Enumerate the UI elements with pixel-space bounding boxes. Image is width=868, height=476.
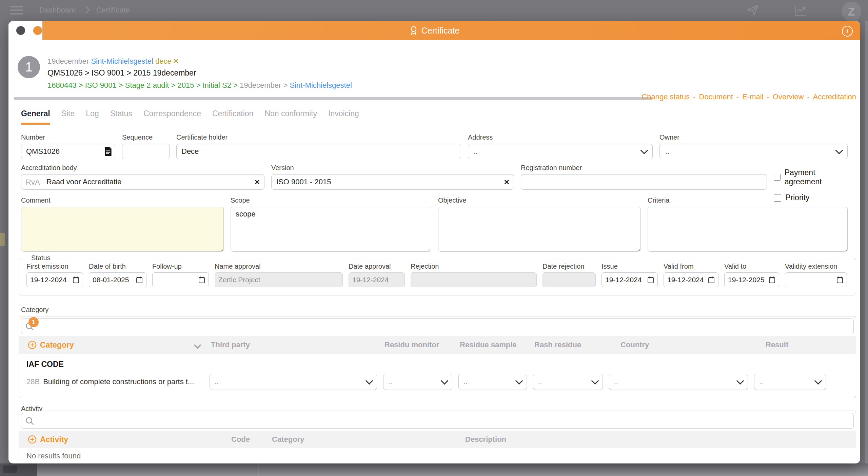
calendar-icon <box>73 276 79 284</box>
chevron-right-icon <box>82 6 90 14</box>
field-first-emission: First emission 19-12-2024 <box>26 263 83 287</box>
page: Dashboard Certificate Z Certificate i <box>0 0 868 476</box>
header-line1: 19december Sint-Michielsgestel dece × <box>47 56 178 66</box>
country-select[interactable]: .. <box>609 374 748 390</box>
category-search-input[interactable] <box>21 318 854 334</box>
valid-to-input[interactable]: 19-12-2025 <box>724 272 779 287</box>
document-icon[interactable] <box>104 147 112 156</box>
page-scrollbar[interactable] <box>865 21 868 476</box>
calendar-icon <box>708 276 715 284</box>
clear-icon[interactable]: × <box>255 177 260 187</box>
number-input[interactable] <box>21 144 115 159</box>
send-icon[interactable] <box>746 3 760 17</box>
tab-log[interactable]: Log <box>86 109 99 125</box>
filter-count-badge: 1 <box>28 317 39 327</box>
scope-textarea[interactable]: scope <box>231 207 431 252</box>
audit-breadcrumb[interactable]: 1680443 > ISO 9001 > Stage 2 audit > 201… <box>47 81 238 89</box>
background-remnant <box>0 233 5 246</box>
number-label: Number <box>21 133 115 141</box>
user-avatar[interactable]: Z <box>842 2 861 21</box>
payment-agreement-checkbox[interactable] <box>774 173 781 181</box>
owner-label: Owner <box>659 133 848 141</box>
activity-search-input[interactable] <box>21 413 854 429</box>
dialog-title: Certificate <box>421 26 460 36</box>
certificate-holder-input[interactable] <box>176 144 461 159</box>
breadcrumb-certificate[interactable]: Certificate <box>96 6 130 15</box>
app-topbar: Dashboard Certificate Z <box>0 0 868 20</box>
accreditation-body-label: Accreditation body <box>21 164 264 172</box>
version-label: Version <box>271 164 514 172</box>
accreditation-body-input[interactable] <box>21 174 264 190</box>
search-icon <box>25 416 35 426</box>
tab-correspondence[interactable]: Correspondence <box>143 109 201 125</box>
address-select[interactable]: .. <box>468 144 653 159</box>
chevron-down-icon <box>640 147 648 154</box>
tab-non-conformity[interactable]: Non conformity <box>264 109 317 125</box>
payment-agreement-checkbox-row[interactable]: Payment agreement <box>774 168 848 186</box>
background-bottom <box>0 463 868 476</box>
owner-select[interactable]: .. <box>659 144 848 159</box>
menu-icon[interactable] <box>10 6 23 15</box>
comment-textarea[interactable] <box>21 207 224 252</box>
field-name-approval: Name approval Zertic Project <box>215 263 343 287</box>
document-link[interactable]: Document <box>699 92 733 101</box>
field-validity-extension: Validity extension <box>785 263 847 287</box>
validity-extension-input[interactable] <box>785 272 847 287</box>
activity-header-row: Activity Code Category Description <box>19 431 856 448</box>
first-emission-input[interactable]: 19-12-2024 <box>26 272 83 287</box>
plus-circle-icon <box>28 340 37 349</box>
email-link[interactable]: E-mail <box>742 92 763 101</box>
tab-general[interactable]: General <box>21 109 50 125</box>
calendar-icon <box>647 276 654 284</box>
close-tag-icon[interactable]: × <box>174 56 178 65</box>
tab-invoicing[interactable]: Invoicing <box>328 109 359 125</box>
chevron-down-icon <box>591 377 599 385</box>
tab-certification[interactable]: Certification <box>212 109 253 125</box>
field-issue: Issue 19-12-2024 <box>601 263 658 287</box>
third-party-select[interactable]: .. <box>210 374 377 390</box>
residu-monitor-select[interactable]: .. <box>383 374 452 390</box>
dialog-title-wrap: Certificate <box>8 21 860 40</box>
chart-icon[interactable] <box>793 3 808 17</box>
dialog-titlebar: Certificate i <box>8 21 860 40</box>
info-icon[interactable]: i <box>842 26 853 37</box>
objective-textarea[interactable] <box>438 207 641 252</box>
criteria-textarea[interactable] <box>648 207 848 252</box>
background-divider <box>258 463 259 476</box>
certificate-badge-icon <box>409 26 418 35</box>
header-site-link[interactable]: Sint-Michielsgestel <box>91 57 153 65</box>
category-group-header: IAF CODE <box>19 354 856 371</box>
date-of-birth-input[interactable]: 08-01-2025 <box>89 272 146 287</box>
header-date: 19december <box>47 57 89 65</box>
accreditation-link[interactable]: Accreditation <box>813 92 856 101</box>
calendar-icon <box>198 276 205 284</box>
collapse-icon[interactable] <box>194 341 201 348</box>
objective-label: Objective <box>438 196 641 204</box>
category-row: 28BBuilding of complete constructions or… <box>19 371 856 395</box>
result-select[interactable]: .. <box>754 374 826 390</box>
change-status-link[interactable]: Change status <box>642 92 690 101</box>
address-label: Address <box>468 133 653 141</box>
valid-from-input[interactable]: 19-12-2024 <box>664 272 718 287</box>
sequence-label: Sequence <box>122 133 170 141</box>
overview-link[interactable]: Overview <box>773 92 804 101</box>
dialog-content: 1 19december Sint-Michielsgestel dece × … <box>8 40 860 460</box>
registration-number-input[interactable] <box>521 174 767 190</box>
calendar-icon <box>136 276 143 284</box>
version-input[interactable] <box>271 174 514 190</box>
add-activity-button[interactable]: Activity <box>26 435 229 444</box>
follow-up-input[interactable] <box>152 272 209 287</box>
rejection-input <box>411 272 537 287</box>
breadcrumb-dashboard[interactable]: Dashboard <box>39 6 76 15</box>
add-category-button[interactable]: Category <box>26 340 209 350</box>
residue-sample-select[interactable]: .. <box>458 374 527 390</box>
clear-icon[interactable]: × <box>504 177 509 187</box>
tab-site[interactable]: Site <box>61 109 75 125</box>
issue-input[interactable]: 19-12-2024 <box>601 272 658 287</box>
scope-label: Scope <box>231 196 431 204</box>
rash-residue-select[interactable]: .. <box>533 374 603 390</box>
site-link[interactable]: Sint-Michielsgestel <box>290 81 352 89</box>
sequence-input[interactable] <box>122 144 170 159</box>
category-row-name: 28BBuilding of complete constructions or… <box>26 377 209 386</box>
tab-status[interactable]: Status <box>110 109 132 125</box>
